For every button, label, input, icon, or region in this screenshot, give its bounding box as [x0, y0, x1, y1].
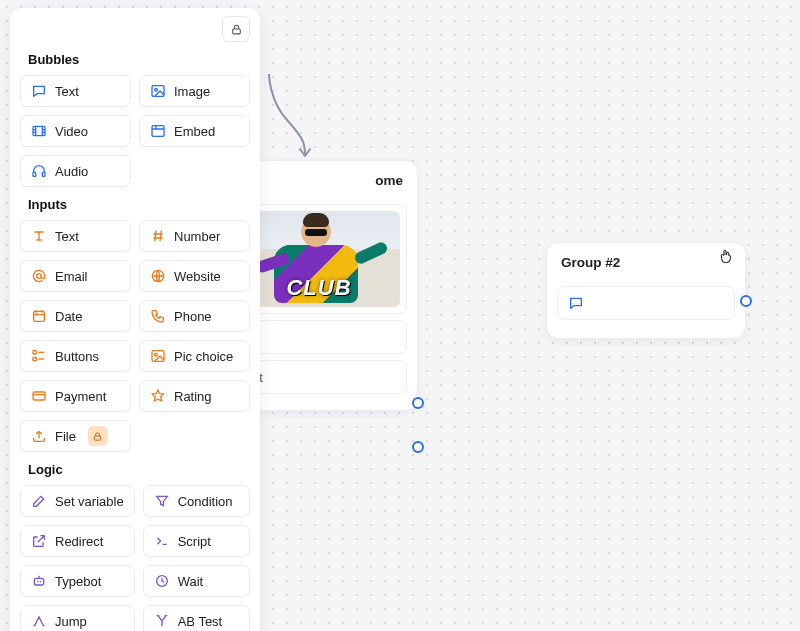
input-buttons-label: Buttons [55, 349, 99, 364]
svg-rect-15 [95, 436, 101, 440]
input-date[interactable]: Date [20, 300, 131, 332]
bot-icon [31, 573, 47, 589]
inputs-grid: Text Number Email Website Date Phone But… [20, 220, 250, 452]
logic-wait-label: Wait [178, 574, 204, 589]
image-caption: CLUB [238, 275, 400, 301]
pro-lock-badge [88, 426, 108, 446]
input-number-label: Number [174, 229, 220, 244]
input-payment[interactable]: Payment [20, 380, 131, 412]
filter-icon [154, 493, 170, 509]
svg-rect-14 [33, 392, 45, 400]
input-text-label: Text [55, 229, 79, 244]
svg-rect-10 [33, 351, 36, 354]
logic-condition[interactable]: Condition [143, 485, 250, 517]
svg-rect-12 [152, 351, 164, 362]
logic-condition-label: Condition [178, 494, 233, 509]
logic-abtest-label: AB Test [178, 614, 223, 629]
text-type-icon [31, 228, 47, 244]
node-block-text[interactable] [557, 286, 735, 320]
bubble-audio[interactable]: Audio [20, 155, 131, 187]
input-pic-choice[interactable]: Pic choice [139, 340, 250, 372]
svg-rect-6 [42, 172, 45, 176]
clock-icon [154, 573, 170, 589]
input-email[interactable]: Email [20, 260, 131, 292]
calendar-icon [31, 308, 47, 324]
logic-wait[interactable]: Wait [143, 565, 250, 597]
bubble-audio-label: Audio [55, 164, 88, 179]
bubble-embed[interactable]: Embed [139, 115, 250, 147]
bubble-embed-label: Embed [174, 124, 215, 139]
upload-icon [31, 428, 47, 444]
svg-rect-5 [33, 172, 36, 176]
input-website[interactable]: Website [139, 260, 250, 292]
svg-rect-9 [34, 311, 45, 321]
star-icon [150, 388, 166, 404]
logic-script-label: Script [178, 534, 211, 549]
logic-grid: Set variable Condition Redirect Script T… [20, 485, 250, 631]
pic-choice-icon [150, 348, 166, 364]
input-website-label: Website [174, 269, 221, 284]
panel-lock-button[interactable] [222, 16, 250, 42]
logic-jump[interactable]: Jump [20, 605, 135, 631]
flow-node-group-2[interactable]: Group #2 [546, 242, 746, 339]
logic-typebot-label: Typebot [55, 574, 101, 589]
input-text[interactable]: Text [20, 220, 131, 252]
checklist-icon [31, 348, 47, 364]
bubble-text[interactable]: Text [20, 75, 131, 107]
output-port[interactable] [740, 295, 752, 307]
input-phone-label: Phone [174, 309, 212, 324]
globe-icon [150, 268, 166, 284]
bubble-image-label: Image [174, 84, 210, 99]
input-email-label: Email [55, 269, 88, 284]
svg-point-7 [37, 274, 42, 279]
output-port[interactable] [412, 441, 424, 453]
card-icon [31, 388, 47, 404]
logic-redirect[interactable]: Redirect [20, 525, 135, 557]
lock-icon [230, 23, 243, 36]
section-title-bubbles: Bubbles [28, 52, 250, 67]
bubble-image[interactable]: Image [139, 75, 250, 107]
input-rating[interactable]: Rating [139, 380, 250, 412]
blocks-panel: Bubbles Text Image Video Embed Audio Inp… [10, 8, 260, 631]
embed-icon [150, 123, 166, 139]
svg-point-13 [155, 353, 158, 356]
logic-script[interactable]: Script [143, 525, 250, 557]
svg-rect-0 [232, 28, 240, 33]
input-date-label: Date [55, 309, 82, 324]
svg-rect-11 [33, 357, 36, 360]
connector-arrow [263, 70, 323, 170]
video-icon [31, 123, 47, 139]
jump-icon [31, 613, 47, 629]
input-picchoice-label: Pic choice [174, 349, 233, 364]
phone-icon [150, 308, 166, 324]
logic-typebot[interactable]: Typebot [20, 565, 135, 597]
svg-rect-3 [33, 126, 45, 135]
logic-set-variable[interactable]: Set variable [20, 485, 135, 517]
input-rating-label: Rating [174, 389, 212, 404]
bubble-video[interactable]: Video [20, 115, 131, 147]
input-payment-label: Payment [55, 389, 106, 404]
logic-abtest[interactable]: AB Test [143, 605, 250, 631]
bubble-video-label: Video [55, 124, 88, 139]
logic-jump-label: Jump [55, 614, 87, 629]
image-icon [150, 83, 166, 99]
chat-icon [31, 83, 47, 99]
input-file[interactable]: File [20, 420, 131, 452]
svg-point-2 [155, 88, 158, 91]
input-number[interactable]: Number [139, 220, 250, 252]
input-phone[interactable]: Phone [139, 300, 250, 332]
node-title[interactable]: Group #2 [547, 243, 745, 280]
output-port[interactable] [412, 397, 424, 409]
logic-setvar-label: Set variable [55, 494, 124, 509]
svg-point-18 [40, 581, 42, 583]
bubbles-grid: Text Image Video Embed Audio [20, 75, 250, 187]
at-icon [31, 268, 47, 284]
cursor-pointer-icon [718, 248, 734, 264]
input-buttons[interactable]: Buttons [20, 340, 131, 372]
svg-rect-4 [152, 126, 164, 137]
section-title-logic: Logic [28, 462, 250, 477]
terminal-icon [154, 533, 170, 549]
bubble-text-label: Text [55, 84, 79, 99]
svg-rect-1 [152, 86, 164, 97]
hash-icon [150, 228, 166, 244]
